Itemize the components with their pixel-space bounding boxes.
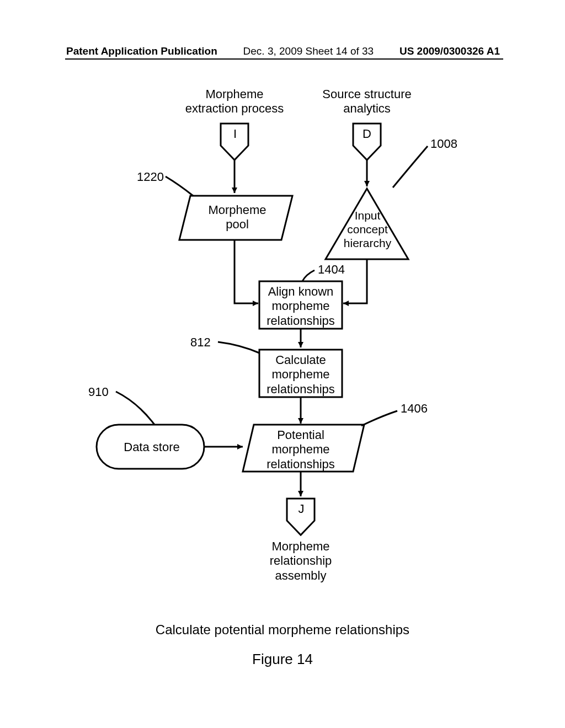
node-data-store: Data store bbox=[119, 440, 185, 454]
connector-d: D bbox=[361, 127, 372, 141]
ref-1404: 1404 bbox=[318, 263, 345, 277]
ref-1220: 1220 bbox=[137, 170, 164, 184]
node-calculate-morpheme: Calculate morpheme relationships bbox=[260, 353, 341, 397]
connector-j: J bbox=[296, 502, 307, 516]
figure-number: Figure 14 bbox=[0, 651, 565, 668]
diagram-caption: Calculate potential morpheme relationshi… bbox=[0, 622, 565, 638]
flowchart-diagram: Morpheme extraction process Source struc… bbox=[0, 83, 565, 728]
header-rule bbox=[65, 58, 503, 60]
node-align-known: Align known morpheme relationships bbox=[260, 285, 341, 328]
node-morpheme-pool: Morpheme pool bbox=[196, 203, 279, 232]
connector-i: I bbox=[230, 127, 241, 141]
node-input-concept-hierarchy: Input concept hierarchy bbox=[338, 208, 397, 250]
header-left: Patent Application Publication bbox=[66, 45, 217, 57]
label-morpheme-extraction-process: Morpheme extraction process bbox=[182, 87, 287, 116]
ref-1406: 1406 bbox=[401, 402, 428, 416]
ref-910: 910 bbox=[88, 385, 109, 399]
label-morpheme-relationship-assembly: Morpheme relationship assembly bbox=[259, 539, 342, 583]
node-potential-morpheme: Potential morpheme relationships bbox=[257, 428, 345, 472]
header-right: US 2009/0300326 A1 bbox=[399, 45, 500, 57]
label-source-structure-analytics: Source structure analytics bbox=[317, 87, 417, 116]
page-header: Patent Application Publication Dec. 3, 2… bbox=[0, 45, 565, 57]
header-center: Dec. 3, 2009 Sheet 14 of 33 bbox=[243, 45, 374, 57]
ref-812: 812 bbox=[190, 335, 211, 350]
ref-1008: 1008 bbox=[430, 137, 457, 151]
